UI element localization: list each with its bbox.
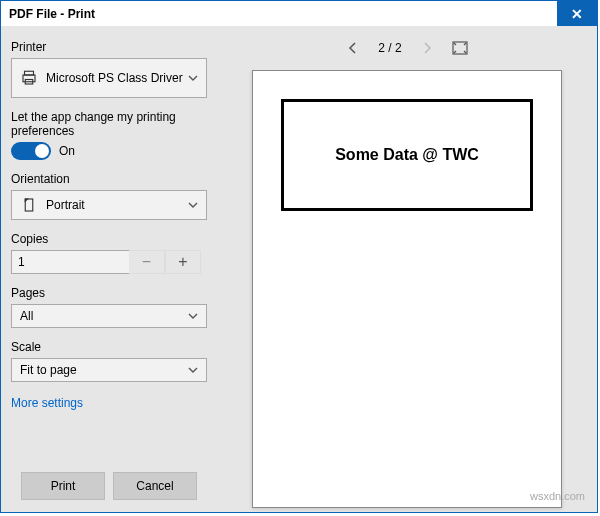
- minus-icon: −: [142, 253, 151, 271]
- copies-row: − +: [11, 250, 207, 274]
- preview-area[interactable]: Some Data @ TWC: [217, 70, 597, 512]
- print-button-label: Print: [51, 479, 76, 493]
- pages-selected-text: All: [20, 309, 33, 323]
- footer: Print Cancel: [11, 462, 207, 512]
- close-button[interactable]: ✕: [557, 1, 597, 26]
- fit-to-window-icon[interactable]: [452, 41, 468, 55]
- chevron-down-icon: [188, 365, 198, 375]
- preview-panel: 2 / 2 Some Data @ TWC: [217, 26, 597, 512]
- printer-label: Printer: [11, 40, 207, 54]
- printer-selected-text: Microsoft PS Class Driver: [46, 71, 183, 85]
- scale-label: Scale: [11, 340, 207, 354]
- print-dialog: PDF File - Print ✕ Printer Microsoft PS …: [0, 0, 598, 513]
- prefs-state: On: [59, 144, 75, 158]
- orientation-selected-text: Portrait: [46, 198, 85, 212]
- dialog-body: Printer Microsoft PS Class Driver Let th…: [1, 26, 597, 512]
- prefs-toggle-row: On: [11, 142, 207, 160]
- cancel-button-label: Cancel: [136, 479, 173, 493]
- copies-plus[interactable]: +: [165, 250, 201, 274]
- pages-select[interactable]: All: [11, 304, 207, 328]
- chevron-down-icon: [188, 311, 198, 321]
- left-panel: Printer Microsoft PS Class Driver Let th…: [1, 26, 217, 512]
- printer-icon: [20, 69, 38, 87]
- plus-icon: +: [178, 253, 187, 271]
- copies-minus[interactable]: −: [129, 250, 165, 274]
- toggle-knob: [35, 144, 49, 158]
- preview-content-box: Some Data @ TWC: [281, 99, 533, 211]
- scale-select[interactable]: Fit to page: [11, 358, 207, 382]
- page-counter: 2 / 2: [378, 41, 401, 55]
- close-icon: ✕: [571, 6, 583, 22]
- orientation-select[interactable]: Portrait: [11, 190, 207, 220]
- prev-page-button[interactable]: [346, 41, 360, 55]
- print-button[interactable]: Print: [21, 472, 105, 500]
- copies-input[interactable]: [11, 250, 129, 274]
- next-page-button[interactable]: [420, 41, 434, 55]
- pages-label: Pages: [11, 286, 207, 300]
- printer-select[interactable]: Microsoft PS Class Driver: [11, 58, 207, 98]
- copies-label: Copies: [11, 232, 207, 246]
- orientation-label: Orientation: [11, 172, 207, 186]
- prefs-text: Let the app change my printing preferenc…: [11, 110, 207, 138]
- more-settings-link[interactable]: More settings: [11, 396, 207, 410]
- scale-selected-text: Fit to page: [20, 363, 77, 377]
- portrait-icon: [20, 196, 38, 214]
- chevron-down-icon: [188, 200, 198, 210]
- preview-content-text: Some Data @ TWC: [335, 146, 479, 164]
- window-title: PDF File - Print: [9, 7, 95, 21]
- watermark: wsxdn.com: [530, 490, 585, 502]
- chevron-down-icon: [188, 73, 198, 83]
- titlebar: PDF File - Print ✕: [1, 1, 597, 26]
- preview-page: Some Data @ TWC: [252, 70, 562, 508]
- preview-nav: 2 / 2: [217, 26, 597, 70]
- prefs-toggle[interactable]: [11, 142, 51, 160]
- cancel-button[interactable]: Cancel: [113, 472, 197, 500]
